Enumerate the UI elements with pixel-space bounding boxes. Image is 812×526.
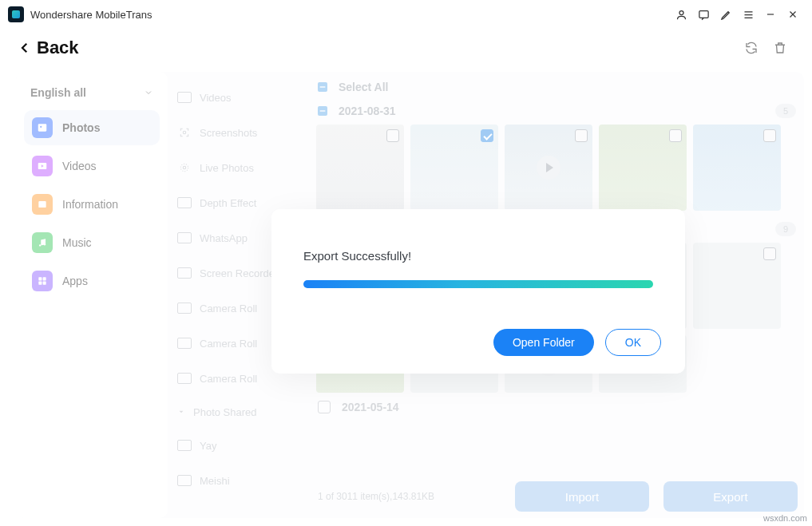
- thumbnail[interactable]: [316, 125, 404, 211]
- svg-rect-16: [320, 86, 326, 87]
- videos-icon: [32, 156, 53, 176]
- svg-point-3: [40, 126, 42, 128]
- folder-item[interactable]: Live Photos: [174, 150, 308, 185]
- music-icon: [32, 232, 53, 253]
- folder-item[interactable]: Meishi: [174, 463, 308, 498]
- minimize-button[interactable]: [759, 3, 782, 26]
- app-icon: [8, 6, 24, 22]
- sidebar-item-photos[interactable]: Photos: [24, 110, 160, 145]
- livephoto-icon: [177, 162, 192, 173]
- folder-item[interactable]: Screenshots: [174, 115, 308, 150]
- folder-section[interactable]: Photo Shared: [174, 396, 308, 428]
- thumbnail-checkbox[interactable]: [669, 129, 682, 142]
- group-date-label: 2021-08-31: [339, 105, 396, 117]
- progress-bar: [303, 280, 653, 288]
- checkbox[interactable]: [318, 401, 331, 413]
- folder-icon: [177, 440, 192, 451]
- thumbnail[interactable]: [693, 243, 781, 329]
- thumbnail-checkbox[interactable]: [763, 129, 776, 142]
- folder-label: Yay: [200, 440, 216, 452]
- refresh-icon[interactable]: [737, 34, 766, 62]
- menu-icon[interactable]: [737, 3, 759, 26]
- sidebar-item-apps[interactable]: Apps: [24, 263, 160, 299]
- svg-rect-8: [38, 277, 42, 280]
- svg-point-14: [180, 164, 188, 171]
- language-label: English all: [30, 86, 86, 99]
- app-title: Wondershare MobileTrans: [30, 9, 152, 21]
- folder-label: Live Photos: [200, 162, 254, 174]
- thumbnail[interactable]: [410, 125, 498, 211]
- folder-icon: [177, 475, 192, 486]
- thumbnail-checkbox[interactable]: [575, 129, 588, 142]
- back-button[interactable]: Back: [18, 38, 79, 58]
- information-icon: [32, 194, 53, 215]
- sidebar-item-videos[interactable]: Videos: [24, 148, 160, 184]
- import-button[interactable]: Import: [515, 481, 649, 512]
- screenshot-icon: [177, 127, 192, 138]
- trash-icon[interactable]: [766, 34, 794, 62]
- thumbnail-checkbox[interactable]: [481, 129, 493, 142]
- close-button[interactable]: [782, 3, 804, 26]
- thumbnail[interactable]: [599, 125, 687, 211]
- checkbox-indeterminate-icon[interactable]: [316, 81, 329, 93]
- folder-icon: [177, 197, 192, 208]
- edit-icon[interactable]: [715, 3, 737, 26]
- sidebar-item-label: Music: [62, 236, 92, 249]
- folder-section-label: Photo Shared: [193, 406, 257, 418]
- svg-rect-2: [38, 124, 47, 131]
- svg-rect-1: [699, 10, 707, 18]
- account-icon[interactable]: [670, 3, 692, 26]
- svg-point-12: [183, 131, 186, 134]
- watermark: wsxdn.com: [763, 513, 807, 523]
- open-folder-button[interactable]: Open Folder: [493, 329, 594, 356]
- svg-point-0: [679, 10, 683, 14]
- folder-icon: [177, 338, 192, 349]
- photos-icon: [32, 117, 53, 138]
- svg-rect-11: [43, 282, 46, 285]
- svg-rect-10: [38, 282, 42, 285]
- chevron-down-icon: [144, 88, 153, 97]
- play-icon: [537, 156, 560, 180]
- svg-point-6: [39, 244, 41, 246]
- folder-label: WhatsApp: [200, 232, 248, 244]
- back-label: Back: [37, 38, 79, 58]
- sidebar-item-information[interactable]: Information: [24, 187, 160, 222]
- ok-label: OK: [625, 336, 641, 349]
- folder-label: Screen Recorder: [200, 267, 278, 279]
- checkbox-indeterminate-icon[interactable]: [316, 105, 329, 117]
- status-label: 1 of 3011 item(s),143.81KB: [318, 491, 434, 502]
- thumbnail-checkbox[interactable]: [386, 129, 399, 142]
- folder-icon: [177, 232, 192, 243]
- svg-rect-18: [320, 110, 326, 111]
- caret-down-icon: [177, 408, 185, 416]
- select-all-label[interactable]: Select All: [339, 81, 389, 93]
- folder-item[interactable]: Yay: [174, 428, 308, 463]
- feedback-icon[interactable]: [692, 3, 715, 26]
- ok-button[interactable]: OK: [605, 329, 661, 356]
- group-count-badge: 9: [775, 222, 796, 236]
- sidebar-item-label: Apps: [62, 275, 88, 287]
- group-date-label: 2021-05-14: [342, 401, 399, 413]
- bottom-bar: 1 of 3011 item(s),143.81KB Import Export: [318, 481, 798, 512]
- folder-icon: [177, 92, 192, 103]
- apps-icon: [32, 271, 53, 291]
- sidebar-item-label: Photos: [62, 121, 100, 134]
- sidebar-item-label: Videos: [62, 160, 97, 172]
- titlebar: Wondershare MobileTrans: [0, 0, 812, 29]
- folder-item[interactable]: Videos: [174, 80, 308, 115]
- svg-rect-5: [38, 201, 46, 208]
- folder-label: Camera Roll: [200, 303, 257, 314]
- thumbnail-checkbox[interactable]: [763, 247, 776, 260]
- sidebar-item-label: Information: [62, 198, 118, 211]
- language-dropdown[interactable]: English all: [24, 81, 160, 110]
- folder-label: Depth Effect: [200, 197, 256, 209]
- sidebar-item-music[interactable]: Music: [24, 225, 160, 260]
- export-button[interactable]: Export: [663, 481, 798, 512]
- sidebar: English all Photos Videos Information: [16, 72, 168, 518]
- thumbnail[interactable]: [693, 125, 781, 211]
- folder-label: Videos: [200, 92, 232, 104]
- thumbnail[interactable]: [505, 125, 592, 211]
- folder-label: Camera Roll: [200, 373, 257, 385]
- export-success-modal: Export Successfully! Open Folder OK: [271, 209, 685, 374]
- modal-title: Export Successfully!: [303, 249, 653, 263]
